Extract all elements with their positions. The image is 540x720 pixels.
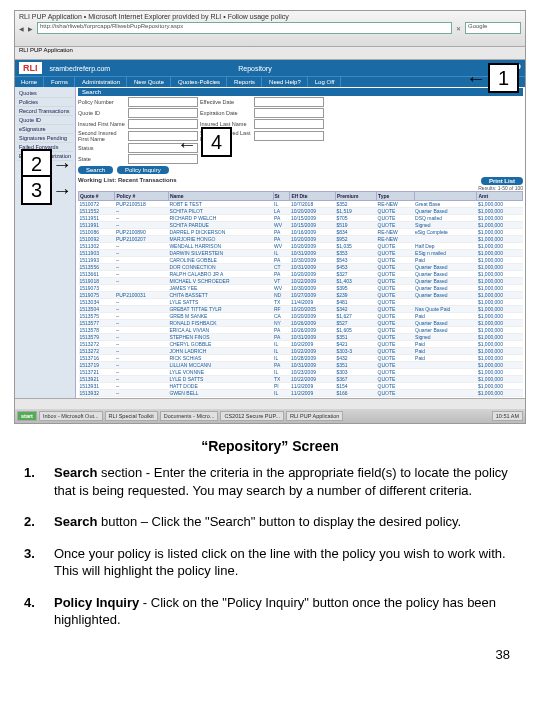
column-header[interactable]: Quote # <box>79 192 115 201</box>
back-icon[interactable]: ◀ <box>19 25 24 32</box>
column-header[interactable]: Name <box>168 192 273 201</box>
search-section-header: Search <box>78 88 523 96</box>
header-section-label: Repository <box>238 65 271 72</box>
table-row[interactable]: 1513577--RONALD FISHBACKNY10/26/2009$527… <box>79 320 523 327</box>
results-table: Quote #Policy #NameStEff DtePremiumTypeA… <box>78 191 523 397</box>
table-row[interactable]: 1511951--RICHARD P WELCHPA10/15/2009$705… <box>79 215 523 222</box>
nav-item[interactable]: Log Off <box>309 77 342 87</box>
search-box[interactable]: Google <box>465 22 521 34</box>
table-row[interactable]: 1513932--GWEN BELLIL11/2/2009$166QUOTE$1… <box>79 390 523 397</box>
taskbar-item[interactable]: RLI Special Toolkit <box>105 411 158 421</box>
nav-item[interactable]: Home <box>15 77 44 87</box>
table-row[interactable]: 1513716--RICK SCHIASIL10/28/2009$432QUOT… <box>79 355 523 362</box>
app-screenshot: 1 2→ 3→ ←4 RLI PUP Application • Microso… <box>14 10 526 424</box>
taskbar-item[interactable]: Documents - Micro... <box>160 411 219 421</box>
instruction-item: 2.Search button – Click the "Search" but… <box>24 513 516 531</box>
logo: RLI <box>19 62 42 74</box>
column-header[interactable]: St <box>273 192 290 201</box>
brand-url: srambedreferp.com <box>50 65 111 72</box>
table-row[interactable]: 1513575--GREB M SANKECA10/20/2009$1,627Q… <box>79 313 523 320</box>
label-quote-id: Quote ID <box>78 110 126 116</box>
taskbar-item[interactable]: CS2012 Secure PUP... <box>220 411 284 421</box>
os-taskbar: start Inbox - Microsoft Out...RLI Specia… <box>15 409 525 423</box>
table-row[interactable]: 1513034--LYLE SATTSTX11/4/2009$481QUOTE$… <box>79 299 523 306</box>
sidebar-item[interactable]: Signatures Pending <box>17 134 73 143</box>
table-row[interactable]: 1511552--SCHITA PILOTLA10/20/2009$1,519Q… <box>79 208 523 215</box>
table-row[interactable]: 1511302--WENDALL HARRISONWV10/20/2009$1,… <box>79 243 523 250</box>
browser-tab[interactable]: RLI PUP Application <box>19 47 73 53</box>
table-row[interactable]: 1513272--JOHN LADRICHIL10/22/2009$303-3Q… <box>79 348 523 355</box>
column-header[interactable]: Type <box>377 192 415 201</box>
label-policy-number: Policy Number <box>78 99 126 105</box>
taskbar-item[interactable]: RLI PUP Application <box>286 411 343 421</box>
table-row[interactable]: 1513578--ERICA AL VIVIANPA10/26/2009$1,6… <box>79 327 523 334</box>
browser-tabbar: RLI PUP Application <box>15 47 525 60</box>
search-form: Policy Number Effective Date Quote ID Ex… <box>78 97 523 164</box>
policy-inquiry-button[interactable]: Policy Inquiry <box>117 166 169 174</box>
doc-title: “Repository” Screen <box>0 438 540 454</box>
input-quote-id[interactable] <box>128 108 198 118</box>
column-header[interactable]: Eff Dte <box>290 192 336 201</box>
table-row[interactable]: 1513719--LILLIAN MCCANNPA10/31/2009$351Q… <box>79 362 523 369</box>
instruction-item: 1.Search section - Enter the criteria in… <box>24 464 516 499</box>
table-row[interactable]: 1519075PUP2100031CHITA BASSETTND10/27/20… <box>79 292 523 299</box>
callout-1: 1 <box>466 67 519 90</box>
forward-icon[interactable]: ▶ <box>28 25 33 32</box>
app-header: RLI srambedreferp.com Repository PUP <box>15 60 525 76</box>
page-number: 38 <box>0 647 510 662</box>
input-expiration[interactable] <box>254 108 324 118</box>
nav-item[interactable]: Forms <box>45 77 75 87</box>
results-title: Working List: Recent Transactions <box>78 177 177 185</box>
callout-4: ←4 <box>201 131 232 154</box>
label-second-first: Second Insured First Name <box>78 130 126 142</box>
table-row[interactable]: 1519073JAMES YEEWV10/30/2009$395QUOTEQua… <box>79 285 523 292</box>
table-row[interactable]: 1513721--LYLE VONNNEIL10/23/2009$303QUOT… <box>79 369 523 376</box>
table-row[interactable]: 1511991--SCHITA PARDUEWV10/15/2009$519QU… <box>79 222 523 229</box>
column-header[interactable]: Amt <box>477 192 523 201</box>
nav-item[interactable]: Reports <box>228 77 262 87</box>
nav-item[interactable]: Quotes-Policies <box>172 77 227 87</box>
table-row[interactable]: 1511903--DARWIN SILVERSTEINIL10/31/2009$… <box>79 250 523 257</box>
nav-item[interactable]: Need Help? <box>263 77 308 87</box>
print-list-button[interactable]: Print List <box>481 177 523 185</box>
sidebar-item[interactable]: Policies <box>17 98 73 107</box>
column-header[interactable] <box>414 192 477 201</box>
taskbar-clock: 10:51 AM <box>492 411 523 421</box>
taskbar-item[interactable]: Inbox - Microsoft Out... <box>39 411 103 421</box>
sidebar-item[interactable]: Quotes <box>17 89 73 98</box>
input-second-last[interactable] <box>254 131 324 141</box>
sidebar-item[interactable]: Record Transactions <box>17 107 73 116</box>
input-insured-first[interactable] <box>128 119 198 129</box>
callout-3: 3→ <box>21 179 52 202</box>
table-row[interactable]: 1513272--CHERYL GOBBLEIL10/2/2009$421QUO… <box>79 341 523 348</box>
table-row[interactable]: 1513556--DOR CONNECTIONCT10/31/2009$453Q… <box>79 264 523 271</box>
input-effective[interactable] <box>254 97 324 107</box>
input-policy-number[interactable] <box>128 97 198 107</box>
column-header[interactable]: Premium <box>335 192 376 201</box>
nav-item[interactable]: New Quote <box>128 77 171 87</box>
window-title: RLI PUP Application • Microsoft Internet… <box>19 13 289 20</box>
table-row[interactable]: 1513931--HATT DODEPI11/2/2009$154QUOTE$1… <box>79 383 523 390</box>
sidebar-item[interactable]: Quote ID <box>17 116 73 125</box>
table-row[interactable]: 1510072PUP2100518ROBT E TESTIL10/7/2018$… <box>79 201 523 208</box>
label-insured-first: Insured First Name <box>78 121 126 127</box>
table-row[interactable]: 1510092PUP2100207MARJORIE HONGOPA10/20/2… <box>79 236 523 243</box>
browser-status-bar <box>15 398 525 409</box>
table-row[interactable]: 1513504--GREBAT TITTAE TYLRRF10/20/2005$… <box>79 306 523 313</box>
browser-chrome: RLI PUP Application • Microsoft Internet… <box>15 11 525 47</box>
table-row[interactable]: 1519018--MICHAEL V SCHROEDERVT10/22/2009… <box>79 278 523 285</box>
address-bar[interactable]: http://isha/rliweb/forprcapp/RliwebPupRe… <box>37 22 452 34</box>
table-row[interactable]: 1513579--STEPHEN FINOSPA10/31/2009$351QU… <box>79 334 523 341</box>
table-row[interactable]: 1513661--RALPH CALABRO JR APA10/20/2009$… <box>79 271 523 278</box>
callout-2: 2→ <box>21 153 52 176</box>
table-row[interactable]: 1513921--LYLE D SATTSTX10/22/2009$367QUO… <box>79 376 523 383</box>
search-button[interactable]: Search <box>78 166 113 174</box>
nav-item[interactable]: Administration <box>76 77 127 87</box>
sidebar-item[interactable]: eSignature <box>17 125 73 134</box>
column-header[interactable]: Policy # <box>115 192 168 201</box>
instruction-item: 4.Policy Inquiry - Click on the "Policy … <box>24 594 516 629</box>
table-row[interactable]: 1511993--CAROLINE GOBBLEPA10/30/2009$543… <box>79 257 523 264</box>
start-button[interactable]: start <box>17 411 37 421</box>
table-row[interactable]: 1510086PUP2100890DARREL P DICKERSONPA10/… <box>79 229 523 236</box>
input-insured-last[interactable] <box>254 119 324 129</box>
